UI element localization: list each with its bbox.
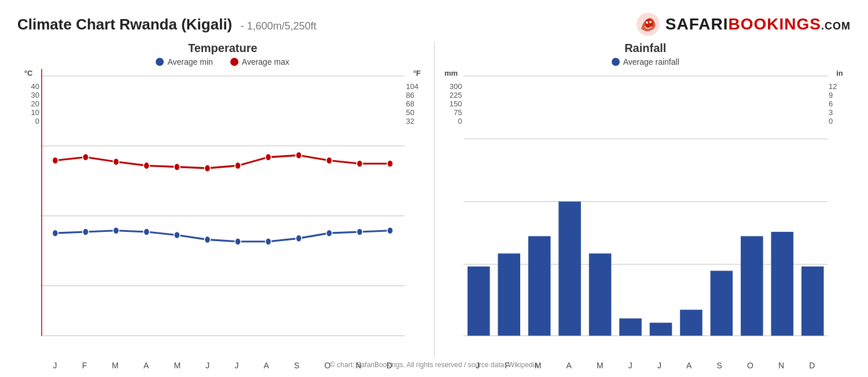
x-label: J — [476, 361, 480, 370]
legend-dot-rainfall — [612, 58, 620, 66]
temperature-chart-title: Temperature — [17, 42, 428, 55]
svg-point-31 — [356, 160, 362, 167]
x-label: J — [53, 361, 57, 370]
svg-point-20 — [387, 227, 393, 234]
temp-chart-wrapper: °C 40 30 20 10 0 — [17, 69, 428, 357]
svg-point-32 — [387, 160, 393, 167]
rain-y-axis-right: 12 9 6 3 0 — [829, 80, 851, 142]
x-label: N — [778, 361, 784, 370]
logo-area: SAFARIBOOKINGS.COM — [635, 12, 851, 37]
temp-svg-area: JFMAMJJASOND — [41, 69, 405, 357]
svg-point-12 — [144, 228, 149, 235]
x-label: M — [597, 361, 604, 370]
temperature-chart-panel: Temperature Average min Average max °C 4… — [17, 42, 428, 357]
x-label: S — [717, 361, 722, 370]
svg-point-21 — [52, 157, 58, 164]
rain-chart-wrapper: mm 300 225 150 75 0 — [440, 69, 851, 357]
svg-point-28 — [266, 154, 271, 161]
header-row: Climate Chart Rwanda (Kigali) - 1,600m/5… — [17, 12, 851, 37]
chart-divider — [434, 42, 435, 357]
svg-point-16 — [266, 238, 271, 245]
x-label: O — [324, 361, 330, 370]
rain-y-axis-right-label: in — [836, 69, 843, 77]
rain-svg-area: JFMAMJJASOND — [464, 69, 828, 357]
x-label: M — [535, 361, 542, 370]
legend-max-label: Average max — [242, 57, 289, 66]
bar-s — [710, 271, 733, 335]
bar-m — [589, 253, 611, 335]
rainfall-chart-title: Rainfall — [440, 42, 851, 55]
svg-point-14 — [204, 236, 210, 243]
rainfall-chart-panel: Rainfall Average rainfall mm 300 225 150 — [440, 42, 851, 357]
x-label: J — [234, 361, 238, 370]
bar-m — [528, 236, 550, 335]
page-subtitle: - 1,600m/5,250ft — [241, 20, 317, 32]
svg-point-13 — [174, 231, 180, 238]
svg-point-23 — [113, 158, 119, 165]
temp-y-axis-right: 104 86 68 50 32 — [406, 80, 428, 142]
svg-point-15 — [235, 238, 241, 245]
rain-y-axis-left: 300 225 150 75 0 — [440, 80, 462, 142]
bar-j — [649, 323, 672, 335]
svg-point-1 — [646, 21, 648, 24]
legend-item-max: Average max — [230, 57, 289, 66]
temperature-legend: Average min Average max — [17, 57, 428, 66]
svg-point-17 — [296, 235, 301, 242]
rainfall-chart-area: mm 300 225 150 75 0 — [440, 69, 851, 357]
x-label: M — [112, 361, 119, 370]
bar-d — [801, 267, 823, 336]
logo-bookings: BOOKINGS — [729, 15, 821, 33]
legend-min-label: Average min — [167, 57, 212, 66]
x-label: A — [264, 361, 269, 370]
y-axis-right-label: °F — [413, 69, 421, 77]
svg-point-18 — [326, 230, 332, 236]
svg-point-2 — [649, 21, 652, 23]
x-label: F — [82, 361, 87, 370]
x-label: F — [505, 361, 510, 370]
x-label: A — [567, 361, 572, 370]
bar-j — [467, 267, 490, 336]
temperature-svg — [41, 69, 405, 357]
legend-dot-blue — [156, 58, 164, 66]
legend-rainfall-label: Average rainfall — [623, 57, 679, 66]
logo-safari: SAFARI — [665, 15, 729, 33]
svg-point-25 — [174, 163, 180, 170]
x-label: D — [387, 361, 392, 370]
page-wrapper: Climate Chart Rwanda (Kigali) - 1,600m/5… — [0, 0, 868, 377]
svg-point-27 — [235, 162, 241, 169]
bar-n — [771, 232, 793, 336]
x-label: A — [686, 361, 692, 370]
bar-o — [741, 236, 763, 335]
bar-a — [558, 202, 581, 336]
svg-point-11 — [113, 227, 119, 234]
svg-point-29 — [296, 151, 301, 158]
x-label: D — [809, 361, 815, 370]
bar-f — [498, 253, 520, 335]
legend-item-min: Average min — [156, 57, 212, 66]
x-label: O — [747, 361, 753, 370]
x-label: J — [657, 361, 661, 370]
logo-text: SAFARIBOOKINGS.COM — [665, 15, 851, 34]
rainfall-svg — [464, 69, 828, 357]
logo-com: .COM — [821, 20, 851, 32]
svg-point-22 — [83, 154, 89, 161]
x-label: N — [355, 361, 361, 370]
temp-x-labels: JFMAMJJASOND — [41, 360, 405, 370]
temperature-chart-area: °C 40 30 20 10 0 — [17, 69, 428, 357]
y-axis-left-label: °C — [24, 69, 33, 77]
bar-a — [680, 310, 703, 336]
legend-dot-red — [230, 58, 238, 66]
rainfall-legend: Average rainfall — [440, 57, 851, 66]
x-label: J — [628, 361, 632, 370]
svg-point-24 — [144, 162, 149, 169]
page-title: Climate Chart Rwanda (Kigali) — [17, 16, 232, 33]
svg-point-26 — [204, 165, 210, 172]
rain-y-axis-left-label: mm — [444, 69, 458, 77]
svg-point-30 — [326, 157, 332, 164]
charts-row: Temperature Average min Average max °C 4… — [17, 42, 851, 357]
svg-point-10 — [83, 228, 89, 235]
x-label: A — [144, 361, 149, 370]
x-label: J — [205, 361, 209, 370]
svg-point-19 — [356, 228, 362, 235]
svg-point-9 — [52, 230, 58, 236]
